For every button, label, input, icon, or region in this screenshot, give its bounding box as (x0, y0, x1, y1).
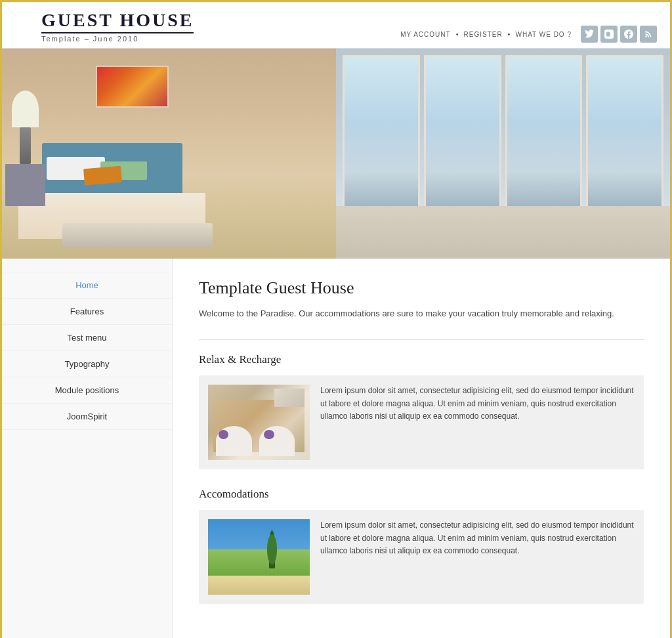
window-pane-2 (424, 55, 501, 223)
nav-my-account[interactable]: My Account (400, 31, 451, 38)
sidebar-item-module-positions[interactable]: Module positions (2, 377, 172, 404)
section-heading-relax: Relax & Recharge (199, 353, 644, 366)
site-tagline: Template – June 2010 (41, 35, 194, 43)
window-pane-3 (505, 55, 583, 223)
header-nav: My Account • Register • What We Do ? (400, 30, 572, 38)
sidebar-item-features[interactable]: Features (2, 299, 172, 325)
bed-pillow-orange (83, 166, 122, 185)
sidebar-item-typography[interactable]: Typography (2, 351, 172, 377)
sidebar-item-home[interactable]: Home (2, 272, 172, 299)
nav-what-we-do[interactable]: What We Do ? (515, 31, 572, 38)
hero-right (336, 49, 670, 259)
floor (336, 206, 670, 259)
social-icons (581, 26, 657, 43)
content-intro: Welcome to the Paradise. Our accommodati… (199, 307, 644, 321)
section-heading-accom: Accomodations (199, 488, 644, 501)
sidebar-item-joomspirit[interactable]: JoomSpirit (2, 404, 172, 430)
hero-bedroom (2, 49, 670, 259)
content-title: Template Guest House (199, 278, 644, 298)
content-area: Template Guest House Welcome to the Para… (173, 259, 670, 638)
wall-art (96, 66, 169, 108)
blogger-icon[interactable] (600, 26, 618, 43)
main-content: Home Features Test menu Typography Modul… (2, 259, 670, 638)
bed-bench (62, 223, 213, 248)
site-header: Guest House Template – June 2010 My Acco… (2, 2, 670, 49)
page-wrapper: Guest House Template – June 2010 My Acco… (0, 0, 672, 638)
divider-1 (199, 339, 644, 340)
relax-image (208, 385, 310, 460)
rss-icon[interactable] (640, 26, 657, 43)
content-block-relax: Lorem ipsum dolor sit amet, consectetur … (199, 375, 644, 469)
window-pane-4 (586, 55, 663, 223)
accom-text: Lorem ipsum dolor sit amet, consectetur … (320, 519, 635, 595)
accom-image (208, 519, 310, 595)
sidebar: Home Features Test menu Typography Modul… (2, 259, 173, 638)
hero-section (2, 49, 670, 259)
nav-register[interactable]: Register (463, 31, 502, 38)
lamp-shade (12, 91, 39, 127)
window-pane-1 (343, 55, 420, 223)
logo-area: Guest House Template – June 2010 (41, 10, 194, 43)
content-block-accom: Lorem ipsum dolor sit amet, consectetur … (199, 510, 644, 604)
window-panes (336, 55, 670, 223)
hero-left (2, 49, 336, 259)
header-right: My Account • Register • What We Do ? (400, 26, 657, 43)
facebook-icon[interactable] (620, 26, 637, 43)
nav-sep-2: • (508, 30, 511, 38)
site-title: Guest House (41, 10, 194, 33)
sidebar-item-test-menu[interactable]: Test menu (2, 325, 172, 351)
side-table (5, 164, 45, 206)
twitter-icon[interactable] (581, 26, 598, 43)
nav-sep-1: • (456, 30, 459, 38)
relax-text: Lorem ipsum dolor sit amet, consectetur … (320, 385, 635, 460)
